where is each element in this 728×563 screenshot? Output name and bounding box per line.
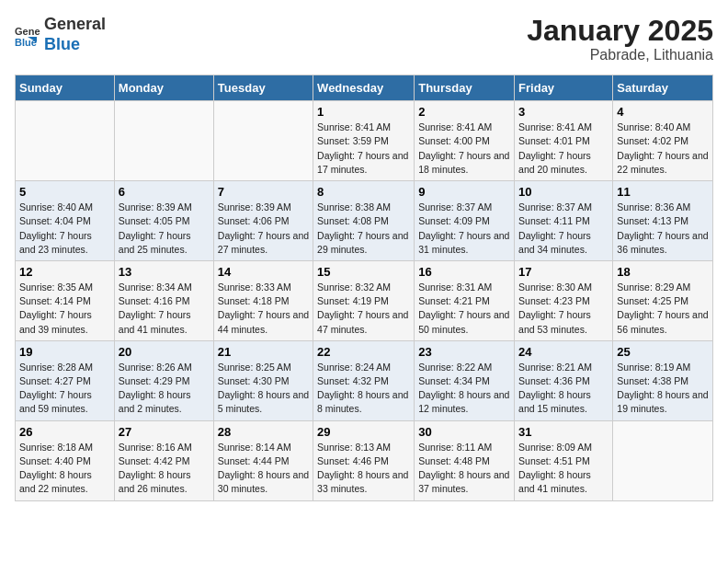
day-info: Sunrise: 8:25 AM Sunset: 4:30 PM Dayligh…: [218, 361, 309, 417]
day-info: Sunrise: 8:40 AM Sunset: 4:04 PM Dayligh…: [19, 201, 110, 257]
calendar-cell: 18Sunrise: 8:29 AM Sunset: 4:25 PM Dayli…: [613, 260, 713, 340]
header-day-thursday: Thursday: [415, 75, 515, 101]
week-row-4: 19Sunrise: 8:28 AM Sunset: 4:27 PM Dayli…: [16, 340, 713, 420]
day-info: Sunrise: 8:29 AM Sunset: 4:25 PM Dayligh…: [617, 281, 709, 337]
calendar-title: January 2025: [527, 15, 713, 47]
day-info: Sunrise: 8:26 AM Sunset: 4:29 PM Dayligh…: [119, 361, 210, 417]
calendar-header: SundayMondayTuesdayWednesdayThursdayFrid…: [16, 75, 713, 101]
day-number: 4: [617, 105, 709, 119]
calendar-cell: [114, 101, 213, 181]
week-row-3: 12Sunrise: 8:35 AM Sunset: 4:14 PM Dayli…: [16, 260, 713, 340]
day-number: 15: [317, 265, 410, 279]
calendar-cell: 26Sunrise: 8:18 AM Sunset: 4:40 PM Dayli…: [16, 420, 115, 500]
calendar-cell: 5Sunrise: 8:40 AM Sunset: 4:04 PM Daylig…: [16, 181, 115, 261]
day-info: Sunrise: 8:41 AM Sunset: 4:01 PM Dayligh…: [518, 121, 609, 177]
calendar-cell: 17Sunrise: 8:30 AM Sunset: 4:23 PM Dayli…: [515, 260, 613, 340]
day-info: Sunrise: 8:36 AM Sunset: 4:13 PM Dayligh…: [617, 201, 709, 257]
calendar-cell: 29Sunrise: 8:13 AM Sunset: 4:46 PM Dayli…: [313, 420, 415, 500]
day-info: Sunrise: 8:41 AM Sunset: 4:00 PM Dayligh…: [418, 121, 510, 177]
calendar-cell: [16, 101, 115, 181]
calendar-cell: 16Sunrise: 8:31 AM Sunset: 4:21 PM Dayli…: [415, 260, 515, 340]
day-info: Sunrise: 8:31 AM Sunset: 4:21 PM Dayligh…: [418, 281, 510, 337]
day-number: 6: [119, 185, 210, 199]
calendar-cell: 23Sunrise: 8:22 AM Sunset: 4:34 PM Dayli…: [415, 340, 515, 420]
title-area: January 2025 Pabrade, Lithuania: [527, 15, 713, 63]
day-number: 26: [19, 425, 110, 439]
calendar-cell: 13Sunrise: 8:34 AM Sunset: 4:16 PM Dayli…: [114, 260, 213, 340]
day-number: 10: [518, 185, 609, 199]
day-info: Sunrise: 8:09 AM Sunset: 4:51 PM Dayligh…: [518, 441, 609, 497]
day-info: Sunrise: 8:40 AM Sunset: 4:02 PM Dayligh…: [617, 121, 709, 177]
calendar-cell: 27Sunrise: 8:16 AM Sunset: 4:42 PM Dayli…: [114, 420, 213, 500]
day-number: 2: [418, 105, 510, 119]
day-number: 7: [218, 185, 309, 199]
calendar-subtitle: Pabrade, Lithuania: [527, 47, 713, 63]
calendar-cell: 4Sunrise: 8:40 AM Sunset: 4:02 PM Daylig…: [613, 101, 713, 181]
day-info: Sunrise: 8:14 AM Sunset: 4:44 PM Dayligh…: [218, 441, 309, 497]
day-number: 20: [119, 345, 210, 359]
day-number: 25: [617, 345, 709, 359]
calendar-cell: 9Sunrise: 8:37 AM Sunset: 4:09 PM Daylig…: [415, 181, 515, 261]
calendar-cell: 2Sunrise: 8:41 AM Sunset: 4:00 PM Daylig…: [415, 101, 515, 181]
week-row-1: 1Sunrise: 8:41 AM Sunset: 3:59 PM Daylig…: [16, 101, 713, 181]
day-number: 18: [617, 265, 709, 279]
header-day-wednesday: Wednesday: [313, 75, 415, 101]
day-number: 3: [518, 105, 609, 119]
header-day-saturday: Saturday: [613, 75, 713, 101]
calendar-cell: 25Sunrise: 8:19 AM Sunset: 4:38 PM Dayli…: [613, 340, 713, 420]
day-info: Sunrise: 8:39 AM Sunset: 4:05 PM Dayligh…: [119, 201, 210, 257]
day-number: 8: [317, 185, 410, 199]
calendar-cell: 15Sunrise: 8:32 AM Sunset: 4:19 PM Dayli…: [313, 260, 415, 340]
calendar-cell: 6Sunrise: 8:39 AM Sunset: 4:05 PM Daylig…: [114, 181, 213, 261]
calendar-cell: 10Sunrise: 8:37 AM Sunset: 4:11 PM Dayli…: [515, 181, 613, 261]
day-number: 22: [317, 345, 410, 359]
day-number: 23: [418, 345, 510, 359]
day-number: 17: [518, 265, 609, 279]
calendar-cell: 19Sunrise: 8:28 AM Sunset: 4:27 PM Dayli…: [16, 340, 115, 420]
header-day-sunday: Sunday: [16, 75, 115, 101]
day-number: 13: [119, 265, 210, 279]
day-number: 30: [418, 425, 510, 439]
calendar-cell: 24Sunrise: 8:21 AM Sunset: 4:36 PM Dayli…: [515, 340, 613, 420]
svg-text:General: General: [15, 26, 40, 37]
day-info: Sunrise: 8:18 AM Sunset: 4:40 PM Dayligh…: [19, 441, 110, 497]
day-number: 14: [218, 265, 309, 279]
day-number: 5: [19, 185, 110, 199]
day-info: Sunrise: 8:13 AM Sunset: 4:46 PM Dayligh…: [317, 441, 410, 497]
calendar-cell: 28Sunrise: 8:14 AM Sunset: 4:44 PM Dayli…: [213, 420, 313, 500]
day-info: Sunrise: 8:37 AM Sunset: 4:09 PM Dayligh…: [418, 201, 510, 257]
header: General Blue General Blue January 2025 P…: [15, 15, 713, 63]
day-number: 16: [418, 265, 510, 279]
calendar-cell: 7Sunrise: 8:39 AM Sunset: 4:06 PM Daylig…: [213, 181, 313, 261]
day-number: 29: [317, 425, 410, 439]
header-row: SundayMondayTuesdayWednesdayThursdayFrid…: [16, 75, 713, 101]
calendar-cell: 11Sunrise: 8:36 AM Sunset: 4:13 PM Dayli…: [613, 181, 713, 261]
calendar-cell: 8Sunrise: 8:38 AM Sunset: 4:08 PM Daylig…: [313, 181, 415, 261]
logo-icon: General Blue: [15, 22, 40, 48]
day-info: Sunrise: 8:30 AM Sunset: 4:23 PM Dayligh…: [518, 281, 609, 337]
day-number: 24: [518, 345, 609, 359]
calendar-body: 1Sunrise: 8:41 AM Sunset: 3:59 PM Daylig…: [16, 101, 713, 500]
calendar-cell: 3Sunrise: 8:41 AM Sunset: 4:01 PM Daylig…: [515, 101, 613, 181]
day-number: 31: [518, 425, 609, 439]
calendar-cell: 1Sunrise: 8:41 AM Sunset: 3:59 PM Daylig…: [313, 101, 415, 181]
day-info: Sunrise: 8:32 AM Sunset: 4:19 PM Dayligh…: [317, 281, 410, 337]
svg-text:Blue: Blue: [15, 37, 37, 48]
day-info: Sunrise: 8:19 AM Sunset: 4:38 PM Dayligh…: [617, 361, 709, 417]
day-info: Sunrise: 8:35 AM Sunset: 4:14 PM Dayligh…: [19, 281, 110, 337]
day-info: Sunrise: 8:28 AM Sunset: 4:27 PM Dayligh…: [19, 361, 110, 417]
day-number: 27: [119, 425, 210, 439]
calendar-cell: 22Sunrise: 8:24 AM Sunset: 4:32 PM Dayli…: [313, 340, 415, 420]
day-info: Sunrise: 8:41 AM Sunset: 3:59 PM Dayligh…: [317, 121, 410, 177]
calendar-cell: [613, 420, 713, 500]
logo: General Blue General Blue: [15, 15, 106, 54]
day-number: 12: [19, 265, 110, 279]
day-info: Sunrise: 8:24 AM Sunset: 4:32 PM Dayligh…: [317, 361, 410, 417]
day-info: Sunrise: 8:33 AM Sunset: 4:18 PM Dayligh…: [218, 281, 309, 337]
calendar-cell: 20Sunrise: 8:26 AM Sunset: 4:29 PM Dayli…: [114, 340, 213, 420]
calendar-cell: [213, 101, 313, 181]
calendar-cell: 14Sunrise: 8:33 AM Sunset: 4:18 PM Dayli…: [213, 260, 313, 340]
day-info: Sunrise: 8:16 AM Sunset: 4:42 PM Dayligh…: [119, 441, 210, 497]
header-day-tuesday: Tuesday: [213, 75, 313, 101]
day-info: Sunrise: 8:22 AM Sunset: 4:34 PM Dayligh…: [418, 361, 510, 417]
